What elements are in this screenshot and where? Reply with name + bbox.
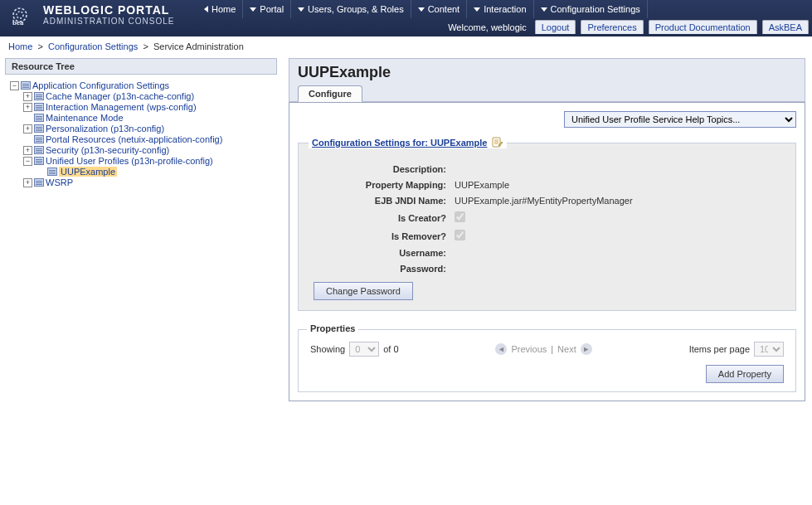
caret-left-icon xyxy=(204,6,208,12)
tree-root-label: Application Configuration Settings xyxy=(32,80,169,90)
change-password-button[interactable]: Change Password xyxy=(314,282,413,300)
pager-previous: Previous xyxy=(511,344,547,354)
app-header: bea WEBLOGIC PORTAL ADMINISTRATION CONSO… xyxy=(0,0,812,36)
collapse-icon[interactable]: − xyxy=(10,81,19,90)
folder-icon xyxy=(34,103,44,111)
edit-icon[interactable] xyxy=(492,137,503,148)
svg-text:bea: bea xyxy=(12,18,24,27)
welcome-bar: Welcome, weblogic Logout Preferences Pro… xyxy=(448,20,809,34)
label-description: Description: xyxy=(314,164,455,174)
collapse-icon[interactable]: − xyxy=(23,157,32,166)
label-is-remover: Is Remover? xyxy=(314,231,455,241)
folder-icon xyxy=(47,168,57,176)
folder-icon xyxy=(34,146,44,154)
tree-root[interactable]: − Application Configuration Settings xyxy=(10,80,275,90)
label-property-mapping: Property Mapping: xyxy=(314,180,455,190)
items-per-page-select: 10 xyxy=(754,342,784,357)
expand-icon[interactable]: + xyxy=(23,178,32,187)
value-ejb-jndi-name: UUPExample.jar#MyEntityPropertyManager xyxy=(455,196,633,206)
tree-item-personalization[interactable]: +Personalization (p13n-config) xyxy=(23,124,275,134)
label-password: Password: xyxy=(314,264,455,274)
brand-subtitle: ADMINISTRATION CONSOLE xyxy=(43,17,175,26)
showing-label: Showing xyxy=(310,344,345,354)
properties-legend: Properties xyxy=(307,323,358,333)
expand-icon[interactable]: + xyxy=(23,103,32,112)
breadcrumb-current: Service Administration xyxy=(153,41,244,51)
config-settings-link[interactable]: Configuration Settings for: UUPExample xyxy=(312,138,487,148)
folder-icon xyxy=(34,135,44,143)
caret-down-icon xyxy=(474,7,480,12)
label-is-creator: Is Creator? xyxy=(314,213,455,223)
tree-item-security[interactable]: +Security (p13n-security-config) xyxy=(23,145,275,155)
breadcrumb-home[interactable]: Home xyxy=(8,41,32,51)
nav-home[interactable]: Home xyxy=(197,0,243,18)
arrow-left-icon: ◄ xyxy=(495,343,507,355)
tree-item-maintenance-mode[interactable]: Maintenance Mode xyxy=(23,113,275,123)
tree-item-portal-resources[interactable]: Portal Resources (netuix-application-con… xyxy=(23,134,275,144)
brand-title: WEBLOGIC PORTAL xyxy=(43,4,175,17)
welcome-text: Welcome, weblogic xyxy=(448,22,527,32)
nav-portal[interactable]: Portal xyxy=(243,0,291,18)
add-property-button[interactable]: Add Property xyxy=(706,365,784,383)
checkbox-is-remover xyxy=(455,230,465,240)
page-title: UUPExample xyxy=(298,64,796,81)
nav-content[interactable]: Content xyxy=(411,0,468,18)
config-settings-group: Configuration Settings for: UUPExample D… xyxy=(298,143,796,311)
folder-icon xyxy=(34,92,44,100)
configure-panel: Unified User Profile Service Help Topics… xyxy=(289,102,805,401)
caret-down-icon xyxy=(250,7,256,12)
breadcrumb-config-settings[interactable]: Configuration Settings xyxy=(48,41,138,51)
caret-down-icon xyxy=(298,7,304,12)
value-property-mapping: UUPExample xyxy=(455,180,509,190)
checkbox-is-creator xyxy=(455,211,465,222)
resource-tree: − Application Configuration Settings +Ca… xyxy=(5,76,277,192)
nav-interaction[interactable]: Interaction xyxy=(467,0,533,18)
folder-icon xyxy=(34,114,44,122)
expand-icon[interactable]: + xyxy=(23,92,32,101)
folder-icon xyxy=(34,178,44,187)
tree-item-wsrp[interactable]: +WSRP xyxy=(23,177,275,187)
pager-next: Next xyxy=(557,344,576,354)
help-topics-select[interactable]: Unified User Profile Service Help Topics… xyxy=(564,111,796,128)
logout-link[interactable]: Logout xyxy=(535,20,576,34)
arrow-right-icon: ► xyxy=(581,343,592,355)
label-username: Username: xyxy=(314,248,455,258)
showing-of: of 0 xyxy=(383,344,398,354)
folder-icon xyxy=(34,157,44,165)
breadcrumb: Home > Configuration Settings > Service … xyxy=(0,36,812,58)
product-docs-link[interactable]: Product Documentation xyxy=(649,20,757,34)
caret-down-icon xyxy=(541,7,547,12)
bea-logo-icon: bea xyxy=(8,3,38,27)
resource-tree-title: Resource Tree xyxy=(5,58,277,75)
tree-item-interaction-mgmt[interactable]: +Interaction Management (wps-config) xyxy=(23,102,275,112)
nav-users-groups-roles[interactable]: Users, Groups, & Roles xyxy=(291,0,411,18)
nav-config-settings[interactable]: Configuration Settings xyxy=(534,0,648,18)
items-per-page-label: Items per page xyxy=(689,344,750,354)
tree-item-cache-manager[interactable]: +Cache Manager (p13n-cache-config) xyxy=(23,91,275,101)
tab-configure[interactable]: Configure xyxy=(298,85,362,102)
properties-group: Properties Showing 0 of 0 ◄ Previous | N… xyxy=(298,329,796,392)
preferences-link[interactable]: Preferences xyxy=(581,20,643,34)
label-ejb-jndi-name: EJB JNDI Name: xyxy=(314,196,455,206)
primary-nav: Home Portal Users, Groups, & Roles Conte… xyxy=(197,0,648,18)
folder-icon xyxy=(21,81,31,90)
page-header: UUPExample Configure xyxy=(289,58,805,102)
folder-icon xyxy=(34,124,44,133)
expand-icon[interactable]: + xyxy=(23,124,32,134)
askbea-link[interactable]: AskBEA xyxy=(762,20,809,34)
caret-down-icon xyxy=(418,7,425,12)
svg-point-1 xyxy=(17,12,23,18)
tree-item-uupexample[interactable]: UUPExample xyxy=(36,167,275,177)
expand-icon[interactable]: + xyxy=(23,146,32,155)
tree-item-unified-user-profiles[interactable]: −Unified User Profiles (p13n-profile-con… xyxy=(23,156,275,166)
showing-select: 0 xyxy=(349,342,379,357)
